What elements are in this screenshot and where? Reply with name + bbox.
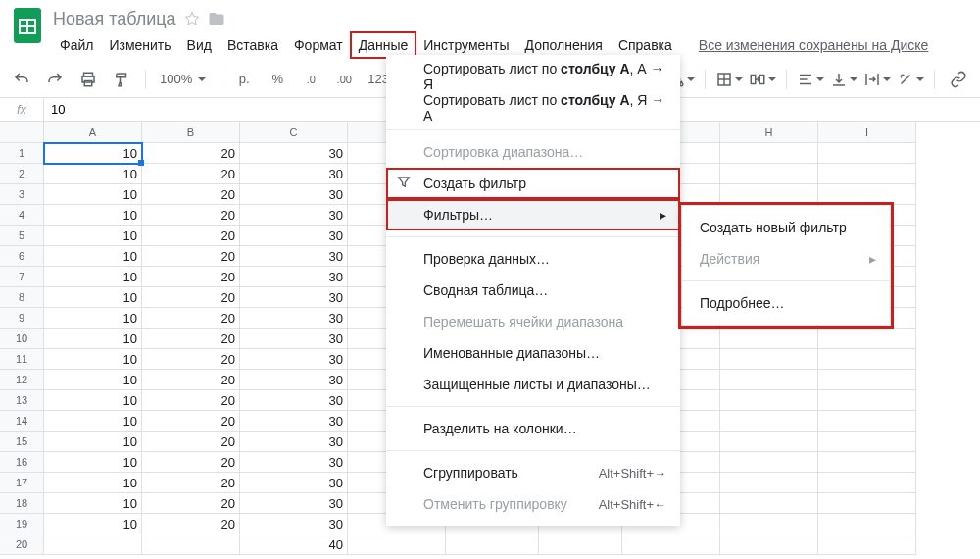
menu-view[interactable]: Вид <box>180 33 219 57</box>
merge-cells-button[interactable] <box>749 66 776 93</box>
menu-sort-desc[interactable]: Сортировать лист по столбцу A, Я → А <box>386 92 680 124</box>
cell[interactable]: 10 <box>44 411 142 432</box>
row-header[interactable]: 6 <box>0 246 44 267</box>
cell[interactable]: 20 <box>142 164 240 184</box>
increase-decimal-button[interactable]: .00 <box>330 66 358 93</box>
cell[interactable]: 30 <box>240 287 348 308</box>
menu-create-filter[interactable]: Создать фильтр <box>386 168 680 199</box>
borders-button[interactable] <box>715 66 743 93</box>
cell[interactable]: 30 <box>240 143 348 164</box>
row-header[interactable]: 4 <box>0 205 44 226</box>
cell[interactable] <box>720 349 818 370</box>
row-header[interactable]: 10 <box>0 329 44 349</box>
menu-insert[interactable]: Вставка <box>220 33 285 57</box>
cell[interactable]: 20 <box>142 514 240 534</box>
cell[interactable]: 10 <box>44 287 142 308</box>
cell[interactable] <box>44 534 142 555</box>
cell[interactable]: 20 <box>142 226 240 246</box>
cell[interactable] <box>818 473 916 493</box>
cell[interactable] <box>720 143 818 164</box>
cell[interactable]: 10 <box>44 349 142 370</box>
menu-format[interactable]: Формат <box>287 33 350 57</box>
cell[interactable] <box>720 370 818 390</box>
cell[interactable]: 30 <box>240 164 348 184</box>
cell[interactable] <box>142 534 240 555</box>
column-header[interactable]: C <box>240 122 348 143</box>
row-header[interactable]: 3 <box>0 184 44 205</box>
cell[interactable] <box>539 534 622 555</box>
cell[interactable] <box>720 493 818 514</box>
cell[interactable]: 20 <box>142 287 240 308</box>
row-header[interactable]: 11 <box>0 349 44 370</box>
row-header[interactable]: 20 <box>0 534 44 555</box>
cell[interactable]: 30 <box>240 452 348 473</box>
row-header[interactable]: 18 <box>0 493 44 514</box>
menu-pivot-table[interactable]: Сводная таблица… <box>386 275 680 306</box>
cell[interactable]: 10 <box>44 205 142 226</box>
zoom-select[interactable]: 100% <box>156 72 210 86</box>
row-header[interactable]: 13 <box>0 390 44 411</box>
row-header[interactable]: 7 <box>0 267 44 287</box>
cell[interactable] <box>818 184 916 205</box>
cell[interactable] <box>720 390 818 411</box>
row-header[interactable]: 8 <box>0 287 44 308</box>
cell[interactable] <box>720 432 818 452</box>
cell[interactable]: 10 <box>44 143 142 164</box>
row-header[interactable]: 14 <box>0 411 44 432</box>
cell[interactable] <box>818 143 916 164</box>
cell[interactable] <box>818 452 916 473</box>
cell[interactable]: 30 <box>240 226 348 246</box>
cell[interactable]: 10 <box>44 184 142 205</box>
cell[interactable]: 20 <box>142 411 240 432</box>
cell[interactable]: 30 <box>240 205 348 226</box>
cell[interactable] <box>720 473 818 493</box>
cell[interactable]: 20 <box>142 329 240 349</box>
cell[interactable]: 10 <box>44 493 142 514</box>
cell[interactable] <box>720 329 818 349</box>
row-header[interactable]: 5 <box>0 226 44 246</box>
cell[interactable] <box>720 411 818 432</box>
row-header[interactable]: 16 <box>0 452 44 473</box>
currency-button[interactable]: р. <box>230 66 258 93</box>
paint-format-button[interactable] <box>108 66 135 93</box>
column-header[interactable]: H <box>720 122 818 143</box>
cell[interactable]: 20 <box>142 473 240 493</box>
cell[interactable] <box>720 452 818 473</box>
cell[interactable]: 10 <box>44 267 142 287</box>
cell[interactable] <box>818 370 916 390</box>
text-wrap-button[interactable] <box>863 66 891 93</box>
menu-file[interactable]: Файл <box>53 33 100 57</box>
menu-group[interactable]: Сгруппировать Alt+Shift+→ <box>386 457 680 488</box>
column-header[interactable]: I <box>818 122 916 143</box>
menu-help[interactable]: Справка <box>612 33 679 57</box>
row-header[interactable]: 17 <box>0 473 44 493</box>
cell[interactable]: 30 <box>240 432 348 452</box>
cell[interactable] <box>446 534 539 555</box>
cell[interactable]: 30 <box>240 390 348 411</box>
cell[interactable]: 20 <box>142 349 240 370</box>
cell[interactable]: 30 <box>240 246 348 267</box>
text-rotation-button[interactable] <box>897 66 924 93</box>
cell[interactable]: 20 <box>142 370 240 390</box>
folder-icon[interactable] <box>208 10 225 27</box>
menu-split-columns[interactable]: Разделить на колонки… <box>386 413 680 444</box>
cell[interactable]: 10 <box>44 514 142 534</box>
cell[interactable]: 20 <box>142 184 240 205</box>
cell[interactable]: 20 <box>142 493 240 514</box>
cell[interactable] <box>818 493 916 514</box>
cell[interactable]: 20 <box>142 205 240 226</box>
cell[interactable]: 10 <box>44 473 142 493</box>
cell[interactable]: 20 <box>142 267 240 287</box>
horizontal-align-button[interactable] <box>797 66 824 93</box>
select-all-corner[interactable] <box>0 122 44 143</box>
percent-button[interactable]: % <box>264 66 291 93</box>
menu-sort-asc[interactable]: Сортировать лист по столбцу A, А → Я <box>386 61 680 92</box>
cell[interactable]: 20 <box>142 452 240 473</box>
cell[interactable]: 10 <box>44 246 142 267</box>
sheets-logo[interactable] <box>8 6 47 45</box>
submenu-create-new-filter[interactable]: Создать новый фильтр <box>682 212 890 243</box>
cell[interactable] <box>720 534 818 555</box>
cell[interactable] <box>720 514 818 534</box>
row-header[interactable]: 1 <box>0 143 44 164</box>
vertical-align-button[interactable] <box>830 66 858 93</box>
